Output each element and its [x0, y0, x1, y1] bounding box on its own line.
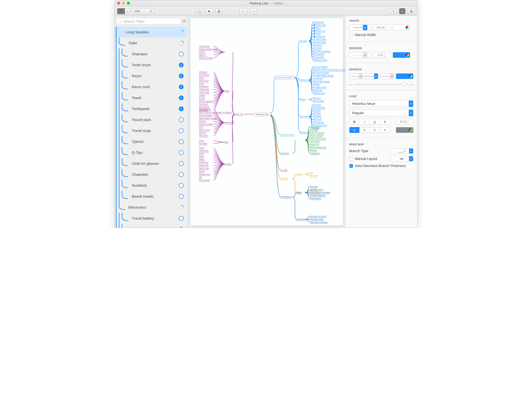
mindmap-node[interactable]: AppleTV	[199, 54, 207, 56]
mindmap-node[interactable]: Q-Tips	[314, 47, 322, 50]
gear-icon[interactable]: ⚙︎	[182, 19, 186, 24]
mindmap-node[interactable]: Suitcase	[300, 131, 310, 134]
mindmap-node[interactable]: Bose QC4	[199, 135, 208, 137]
add-branch-button[interactable]: ⁺⟜	[239, 8, 247, 14]
mindmap-node[interactable]: Mail stop	[310, 185, 318, 188]
mindmap-node[interactable]: Apple Watch charger	[199, 117, 217, 120]
mindmap-node[interactable]: Ear plugs	[199, 142, 207, 145]
mindmap-node[interactable]: AirPods	[314, 89, 323, 92]
mindmap-node[interactable]: Towel	[199, 83, 204, 85]
status-indicator[interactable]	[179, 150, 184, 155]
mindmap-node[interactable]: Bose QC4	[314, 92, 325, 95]
status-indicator[interactable]	[179, 227, 184, 228]
mindmap-node[interactable]: USB to micro USB	[310, 138, 326, 140]
font-family-picker[interactable]: Helvetica Neue▴▾	[349, 100, 413, 107]
align-center-button[interactable]: ≡	[360, 127, 370, 133]
mindmap-node[interactable]: Camera charger	[199, 123, 213, 126]
mindmap-root[interactable]: Packing Lists	[253, 112, 271, 117]
mindmap-node[interactable]: Apple Pencil	[199, 129, 210, 131]
align-justify-button[interactable]: ≡	[380, 127, 390, 133]
outline-row[interactable]: Cloth for glasses	[115, 158, 187, 169]
mindmap-node[interactable]: Tank tops	[314, 121, 324, 124]
mindmap-node[interactable]: Dress shirt	[199, 161, 208, 164]
mindmap-node[interactable]: Sports coat	[199, 167, 209, 170]
outline-row[interactable]: Micro USB to USB	[115, 224, 187, 228]
outline-row[interactable]: Electronics	[115, 202, 187, 213]
mindmap-node[interactable]: Clothes	[225, 163, 231, 166]
outline-row[interactable]: Towel✓	[115, 92, 187, 103]
notes-button[interactable]: ⋯	[250, 8, 257, 14]
outline-row[interactable]: Toilet	[115, 37, 187, 48]
outline-row[interactable]: Razor✓	[115, 70, 187, 81]
mindmap-node[interactable]: Slacks	[314, 115, 322, 118]
align-right-button[interactable]: ≡	[370, 127, 380, 133]
mindmap-node[interactable]: Pillow	[199, 139, 204, 142]
status-indicator[interactable]: ✓	[179, 95, 184, 100]
status-indicator[interactable]	[179, 139, 184, 144]
mindmap-node[interactable]: Sunglasses	[310, 152, 320, 155]
mindmap-node[interactable]: Shampoo	[314, 21, 324, 24]
outline-row[interactable]: Tissue pack	[115, 114, 187, 125]
mindmap-node[interactable]: Work laptop	[199, 45, 209, 48]
outline-row[interactable]: Beach towels	[115, 191, 187, 202]
share-button[interactable]: ⇧	[390, 8, 397, 14]
mindmap-node[interactable]: Laptop charger cable	[199, 48, 217, 51]
status-indicator[interactable]	[179, 205, 184, 210]
mindmap-node[interactable]: Slacks	[199, 158, 205, 161]
mindmap-node[interactable]: Backpack	[281, 152, 289, 155]
mindmap-node[interactable]: Sunscreen	[199, 103, 208, 106]
mindmap-node[interactable]: Razor cord	[314, 30, 325, 32]
status-indicator[interactable]	[179, 117, 184, 122]
mindmap-node[interactable]: Towel	[314, 33, 321, 35]
bold-button[interactable]: B	[349, 119, 360, 125]
mindmap-node[interactable]: Yelp saved locations	[310, 221, 328, 224]
status-indicator[interactable]: ✓	[179, 106, 184, 111]
mindmap-node[interactable]: Dress shoes	[199, 179, 210, 182]
sidebar-menu-button[interactable]: ⌄	[125, 8, 130, 14]
status-indicator[interactable]	[179, 194, 184, 199]
branch-color-well[interactable]	[396, 73, 413, 79]
border-style-picker[interactable]: ▴▾	[349, 52, 371, 58]
mindmap-node[interactable]: Clothes	[296, 173, 303, 176]
mindmap-node[interactable]: Razor cord	[199, 80, 209, 82]
mindmap-node[interactable]: Shorts	[314, 118, 321, 121]
mindmap-node[interactable]: Pillow	[314, 97, 321, 100]
mindmap-node[interactable]: Sunblock	[314, 56, 324, 59]
zoom-control[interactable]: 31% ▲▼	[132, 8, 154, 14]
mindmap-node[interactable]: Home	[296, 191, 302, 194]
status-indicator[interactable]: ✓	[179, 84, 184, 89]
sidebar-toggle-button[interactable]	[117, 8, 125, 14]
mindmap-node[interactable]: Hat	[199, 176, 202, 179]
mindmap-node[interactable]: iPad	[314, 83, 320, 86]
outline-row[interactable]: Travel soap	[115, 125, 187, 136]
mindmap-node[interactable]: Shorts	[199, 170, 205, 173]
mindmap-node[interactable]: Contact neighbors	[310, 194, 326, 197]
mindmap-node[interactable]: Pants	[199, 156, 204, 158]
mindmap-node[interactable]: The Apocolypse	[281, 134, 294, 136]
branch-line-style[interactable]: ▴▾	[365, 73, 379, 79]
mindmap-node[interactable]: Toothpaste	[314, 36, 325, 38]
status-indicator[interactable]: ✓	[179, 74, 184, 78]
mindmap-node[interactable]: Mouse	[199, 51, 205, 54]
mindmap-node[interactable]: Shirts	[314, 110, 321, 112]
mindmap-node[interactable]: Travel battery	[199, 108, 211, 111]
format-inspector-button[interactable]: ⟑	[399, 8, 405, 14]
status-indicator[interactable]	[179, 183, 184, 188]
document-title[interactable]: Packing Lists — Edited ⌄	[115, 1, 417, 5]
status-indicator[interactable]	[179, 30, 184, 35]
mindmap-node[interactable]: Tooth brush	[314, 24, 326, 27]
status-indicator[interactable]: ✓	[179, 63, 184, 67]
outline-row[interactable]: Tooth brush✓	[115, 59, 187, 70]
mindmap-node[interactable]: Cloth for glasses	[199, 100, 214, 103]
font-color-well[interactable]	[396, 127, 413, 133]
mindmap-node[interactable]: Travel battery	[314, 66, 328, 68]
mindmap-node[interactable]: Chapstick	[314, 53, 324, 56]
mindmap-node[interactable]: Beach towels	[314, 59, 327, 62]
outline-row[interactable]: Shampoo	[115, 48, 187, 59]
shape-style-picker[interactable]: ▴▾	[349, 25, 371, 30]
mindmap-node[interactable]: Tissue pack	[199, 88, 209, 91]
mindmap-node[interactable]: Travel soap	[314, 41, 326, 44]
search-input[interactable]: ⌕ Search Titles	[117, 18, 181, 25]
mindmap-node[interactable]: Electronics	[225, 121, 234, 124]
mindmap-node[interactable]: Tooth brush	[199, 74, 209, 76]
